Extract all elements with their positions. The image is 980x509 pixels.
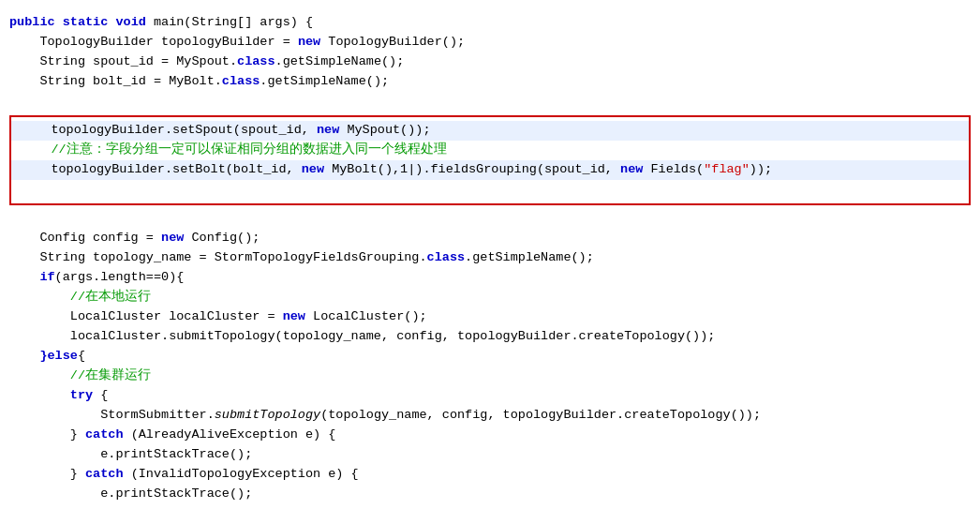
code-line-comment-cluster: //在集群运行: [0, 367, 980, 386]
code-line-3: String spout_id = MySpout.class.getSimpl…: [0, 52, 980, 72]
code-line-localcluster: LocalCluster localCluster = new LocalClu…: [0, 307, 980, 327]
code-line-catch2: } catch (InvalidTopologyException e) {: [0, 465, 980, 485]
code-line-catch1: } catch (AlreadyAliveException e) {: [0, 426, 980, 445]
code-line-topname: String topology_name = StormTopologyFiel…: [0, 248, 980, 268]
code-line-hl1: topologyBuilder.setSpout(spout_id, new M…: [11, 121, 969, 141]
code-line-empty2: [11, 180, 969, 200]
keyword-public: public: [9, 13, 55, 33]
code-editor: public static void main(String[] args) {…: [0, 9, 980, 508]
code-line-printtrace1: e.printStackTrace();: [0, 445, 980, 465]
code-line-config: Config config = new Config();: [0, 229, 980, 248]
code-line-empty3: [0, 209, 980, 229]
code-line-else: }else{: [0, 347, 980, 367]
code-line-hl2: topologyBuilder.setBolt(bolt_id, new MyB…: [11, 160, 969, 180]
code-line-comment: //注意：字段分组一定可以保证相同分组的数据进入同一个线程处理: [11, 141, 969, 160]
code-line-if: if(args.length==0){: [0, 268, 980, 288]
code-line-1: public static void main(String[] args) {: [0, 13, 980, 33]
code-line-printtrace2: e.printStackTrace();: [0, 485, 980, 504]
code-line-comment-local: //在本地运行: [0, 288, 980, 307]
code-line-try: try {: [0, 386, 980, 406]
keyword-static: static: [63, 13, 109, 33]
keyword-void: void: [115, 13, 145, 33]
code-line-submit-local: localCluster.submitTopology(topology_nam…: [0, 327, 980, 347]
code-line-2: TopologyBuilder topologyBuilder = new To…: [0, 33, 980, 52]
highlighted-block: topologyBuilder.setSpout(spout_id, new M…: [9, 115, 971, 205]
code-line-storm-submit: StormSubmitter.submitTopology(topology_n…: [0, 406, 980, 426]
code-line-4: String bolt_id = MyBolt.class.getSimpleN…: [0, 72, 980, 92]
code-line-empty1: [0, 92, 980, 112]
